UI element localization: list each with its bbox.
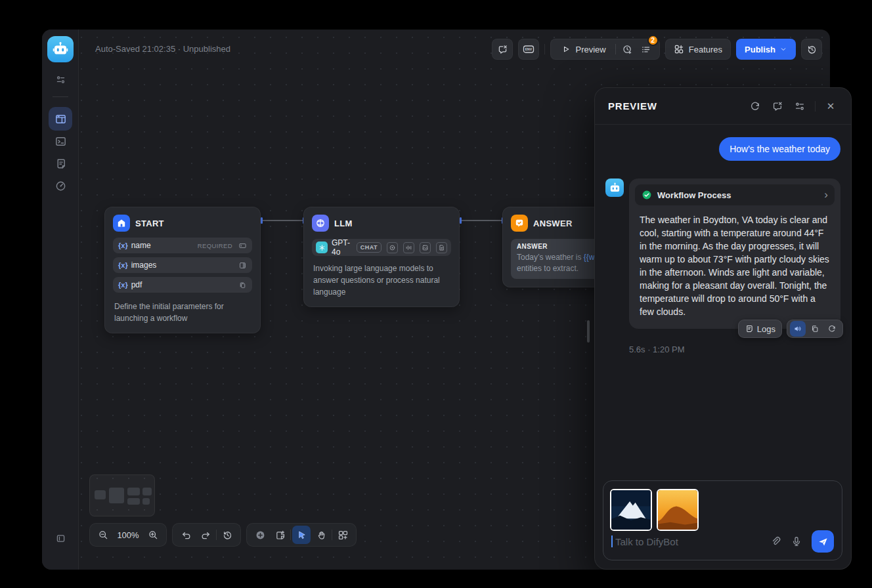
files-icon	[238, 281, 247, 289]
chevron-down-icon	[779, 45, 787, 53]
add-node-button[interactable]	[251, 526, 269, 544]
close-icon[interactable]: ✕	[823, 99, 838, 114]
publish-button[interactable]: Publish	[736, 39, 796, 60]
document-capability-icon	[436, 242, 447, 253]
logs-button[interactable]: Logs	[738, 320, 782, 338]
sidebar-item-monitoring[interactable]	[49, 174, 72, 198]
zoom-in-button[interactable]	[144, 526, 162, 544]
collapse-sidebar-icon[interactable]	[50, 528, 71, 549]
annotation-button[interactable]	[770, 99, 785, 114]
var-braces: {x}	[118, 261, 128, 269]
required-tag: REQUIRED	[198, 242, 232, 249]
preview-group: Preview 2	[550, 39, 659, 60]
node-answer-title: ANSWER	[533, 219, 573, 228]
answer-icon	[511, 215, 528, 232]
start-var-pdf[interactable]: {x} pdf	[113, 277, 252, 293]
preview-header: PREVIEW ✕	[595, 88, 851, 125]
openai-icon	[316, 242, 328, 253]
canvas-minimap[interactable]	[89, 474, 155, 516]
node-llm-title: LLM	[334, 219, 353, 228]
divider	[815, 101, 816, 112]
play-icon	[561, 45, 571, 54]
app-logo[interactable]	[47, 36, 74, 62]
preview-panel: PREVIEW ✕ How's the weather today	[594, 87, 852, 570]
hand-tool-button[interactable]	[312, 526, 330, 544]
version-history-button[interactable]	[801, 39, 822, 60]
topbar-actions: ENV Preview 2 Features Publish	[492, 39, 822, 60]
annotation-toggle-button[interactable]	[492, 39, 513, 60]
preview-title: PREVIEW	[608, 100, 748, 112]
edge-start-llm	[262, 220, 303, 221]
run-history-button[interactable]	[619, 40, 637, 58]
divider	[53, 96, 68, 97]
start-var-name[interactable]: {x} name REQUIRED	[113, 238, 252, 253]
message-tool-group	[787, 320, 843, 338]
organize-nodes-button[interactable]	[334, 526, 352, 544]
canvas-scrollbar[interactable]	[587, 320, 590, 343]
chat-input-row	[611, 530, 834, 553]
divider	[615, 44, 616, 54]
env-variables-button[interactable]: ENV	[518, 39, 539, 60]
var-label: name	[131, 241, 194, 250]
attachment-image-mountain-night[interactable]	[610, 489, 652, 531]
edge-llm-answer	[461, 220, 502, 221]
bot-avatar	[605, 178, 624, 197]
redo-button[interactable]	[196, 526, 215, 544]
bot-message-row: Workflow Process › The weather in Boydto…	[605, 178, 840, 329]
sidebar-item-terminal[interactable]	[49, 129, 72, 153]
llm-model-name: GPT-4o	[332, 238, 353, 257]
zoom-level[interactable]: 100%	[114, 530, 142, 540]
answer-text: Today’s weather is	[517, 253, 584, 262]
var-braces: {x}	[118, 242, 128, 249]
settings-sliders-button[interactable]	[793, 99, 807, 114]
logs-icon	[745, 324, 754, 333]
workflow-process-toggle[interactable]: Workflow Process ›	[635, 184, 835, 205]
app-settings-icon[interactable]	[50, 69, 71, 90]
node-llm[interactable]: LLM GPT-4o CHAT Invoking large language …	[303, 207, 460, 307]
divider	[332, 530, 332, 540]
var-label: images	[131, 261, 235, 270]
attachment-image-mountain-sunset[interactable]	[657, 489, 699, 531]
text-field-icon	[238, 242, 247, 250]
preview-button[interactable]: Preview	[555, 45, 612, 54]
regenerate-button[interactable]	[824, 321, 840, 337]
user-message-bubble: How's the weather today	[719, 137, 840, 161]
sidebar-item-logs[interactable]	[49, 152, 72, 175]
env-label: ENV	[525, 47, 533, 51]
chat-area: How's the weather today Workflow Process…	[595, 137, 851, 354]
home-icon	[113, 215, 130, 232]
node-llm-description: Invoking large language models to answer…	[304, 259, 450, 306]
zoom-out-button[interactable]	[94, 526, 112, 544]
var-braces: {x}	[118, 281, 128, 289]
checklist-button[interactable]: 2	[637, 40, 655, 58]
undo-button[interactable]	[177, 526, 195, 544]
features-button[interactable]: Features	[665, 39, 731, 60]
node-start[interactable]: START {x} name REQUIRED {x} images {x} p…	[104, 207, 261, 333]
history-controls	[172, 523, 241, 547]
attach-file-icon[interactable]	[770, 536, 781, 547]
add-note-button[interactable]	[271, 526, 289, 544]
message-meta: 5.6s · 1:20 PM	[629, 345, 840, 354]
restart-conversation-button[interactable]	[748, 99, 762, 114]
chat-input[interactable]	[615, 536, 760, 547]
pointer-tool-button[interactable]	[292, 526, 311, 544]
llm-icon	[312, 215, 329, 232]
edit-tools	[246, 523, 357, 547]
sidebar-item-orchestrate[interactable]	[49, 107, 72, 131]
message-actions: Logs	[738, 320, 843, 338]
answer-variable: {{w	[584, 253, 595, 262]
bot-message-text: The weather in Boydton, VA today is clea…	[640, 213, 830, 318]
llm-model-row[interactable]: GPT-4o CHAT	[312, 239, 451, 256]
zoom-controls: 100%	[89, 523, 167, 547]
send-button[interactable]	[812, 530, 834, 553]
text-to-speech-button[interactable]	[790, 321, 806, 337]
bot-message-card: Workflow Process › The weather in Boydto…	[629, 178, 840, 329]
copy-button[interactable]	[807, 321, 823, 337]
checklist-badge: 2	[647, 35, 659, 46]
workflow-process-label: Workflow Process	[657, 190, 819, 200]
change-history-button[interactable]	[218, 526, 236, 544]
node-start-title: START	[135, 219, 164, 228]
attached-images	[610, 489, 699, 531]
microphone-icon[interactable]	[791, 536, 802, 547]
start-var-images[interactable]: {x} images	[113, 257, 252, 273]
